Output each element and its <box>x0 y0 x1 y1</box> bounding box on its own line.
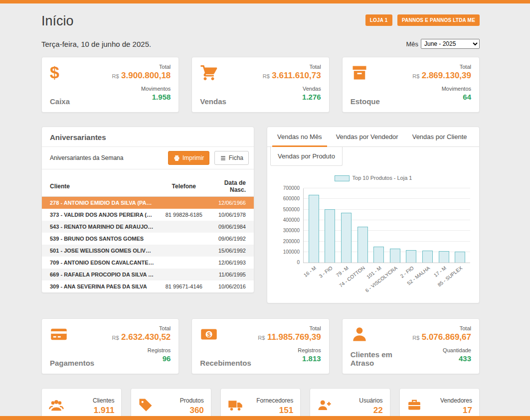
ficha-button[interactable]: Ficha <box>214 151 249 165</box>
y-axis-tick: 300000 <box>275 228 300 233</box>
cell-cliente: 709 - ANTONIO EDSON CAVALCANTE D… <box>42 257 159 269</box>
total-value: 11.985.769,39 <box>267 332 321 342</box>
bar-slot: 85 - SUPLEX <box>455 188 465 263</box>
chart-bar <box>455 252 465 263</box>
count-label: Vendas <box>263 86 321 92</box>
currency-prefix: R$ <box>412 335 419 341</box>
total-value: 3.900.800,18 <box>121 71 171 80</box>
list-icon <box>220 155 226 161</box>
header-buttons: LOJA 1 PANNOS E PANNOS LTDA ME <box>362 14 480 26</box>
currency-prefix: R$ <box>258 335 265 341</box>
total-value: 2.869.130,39 <box>422 71 471 80</box>
sales-panel: Vendas no Mês Vendas por Vendedor Vendas… <box>267 127 480 303</box>
currency-prefix: R$ <box>412 73 419 79</box>
table-row[interactable]: 373 - VALDIR DOS ANJOS PEREIRA (AN… 81 9… <box>42 209 254 221</box>
birthdays-actions: Imprimir Ficha <box>168 151 249 165</box>
cell-telefone <box>159 221 209 233</box>
chart-bar <box>341 213 352 263</box>
y-axis-tick: 600000 <box>275 196 300 201</box>
count-label: Movimentos <box>112 86 171 92</box>
chart-bar <box>390 249 400 263</box>
card-title: Vendas <box>200 97 226 106</box>
cell-data: 15/06/1992 <box>209 245 254 257</box>
birthdays-table: Cliente Telefone Data de Nasc. 278 - ANT… <box>42 176 254 292</box>
user-plus-icon <box>317 398 332 415</box>
bar-slot: 16 - M <box>309 188 319 263</box>
cell-telefone <box>159 197 209 209</box>
tab-vendas-por-cliente[interactable]: Vendas por Cliente <box>405 127 474 146</box>
mini-value: 1.911 <box>93 406 114 416</box>
top-accent-bar <box>0 0 530 3</box>
current-date: Terça-feira, 10 de junho de 2025. <box>41 40 151 48</box>
table-row[interactable]: 501 - JOSE WELISSON GOMES OLIVEIR… 15/06… <box>42 245 254 257</box>
card-title: Clientes em Atraso <box>351 350 413 367</box>
mini-value: 17 <box>440 406 472 416</box>
card-title: Pagamentos <box>50 359 94 367</box>
table-row[interactable]: 309 - ANA SEVERINA PAES DA SILVA 81 9967… <box>42 280 254 292</box>
count-value: 433 <box>412 354 471 363</box>
bar-slot: 6 - VISCOLYCRA <box>390 188 400 263</box>
birthdays-panel: Aniversariantes Aniversariantes da Seman… <box>41 127 254 293</box>
dollar-icon: $ <box>50 64 70 81</box>
column-header-telefone[interactable]: Telefone <box>159 176 209 197</box>
count-label: Quantidade <box>412 347 471 353</box>
column-header-cliente[interactable]: Cliente <box>42 176 159 197</box>
month-select[interactable]: June - 2025 <box>421 39 480 49</box>
store-button[interactable]: LOJA 1 <box>365 14 392 26</box>
bar-chart: Top 10 Produtos - Loja 1 010000020000030… <box>267 175 479 263</box>
bar-slot: 74 - COTTON <box>357 188 368 263</box>
cell-data: 09/06/1984 <box>209 221 254 233</box>
print-button[interactable]: Imprimir <box>168 151 209 165</box>
table-row[interactable]: 539 - BRUNO DOS SANTOS GOMES 09/06/1992 <box>42 233 254 245</box>
date-row: Terça-feira, 10 de junho de 2025. Mês Ju… <box>41 39 480 49</box>
company-button[interactable]: PANNOS E PANNOS LTDA ME <box>397 14 480 26</box>
box-icon <box>351 64 380 84</box>
cell-cliente: 309 - ANA SEVERINA PAES DA SILVA <box>42 280 159 292</box>
count-label: Registros <box>258 347 321 353</box>
tab-vendas-por-produto[interactable]: Vendas por Produto <box>270 147 343 166</box>
cell-telefone <box>159 245 209 257</box>
total-value: 2.632.430,52 <box>121 332 171 342</box>
table-row[interactable]: 543 - RENATO MARINHO DE ARAUJO (F… 09/06… <box>42 221 254 233</box>
cell-telefone <box>159 257 209 269</box>
chart-bar <box>406 250 416 263</box>
birthdays-title: Aniversariantes <box>42 127 254 146</box>
cell-cliente: 373 - VALDIR DOS ANJOS PEREIRA (AN… <box>42 209 159 221</box>
cell-cliente: 501 - JOSE WELISSON GOMES OLIVEIR… <box>42 245 159 257</box>
total-value: 3.611.610,73 <box>272 71 321 80</box>
mini-card-usuarios: Usuários 22 <box>310 388 390 420</box>
mini-card-vendedores: Vendedores 17 <box>399 388 480 420</box>
dashboard: LOJA 1 PANNOS E PANNOS LTDA ME Início Te… <box>41 3 480 420</box>
person-icon <box>351 325 413 345</box>
currency-prefix: R$ <box>112 335 119 341</box>
money-icon: $ <box>200 325 251 345</box>
cell-telefone: 81 99828-6185 <box>159 209 209 221</box>
mini-value: 360 <box>180 406 204 416</box>
card-recebimentos: $ Recebimentos Total R$ 11.985.769,39 Re… <box>191 318 329 374</box>
month-label: Mês <box>406 40 418 48</box>
tag-icon <box>138 398 153 415</box>
card-vendas: Vendas Total R$ 3.611.610,73 Vendas 1.27… <box>191 57 329 113</box>
table-row[interactable]: 709 - ANTONIO EDSON CAVALCANTE D… 12/06/… <box>42 257 254 269</box>
column-header-data[interactable]: Data de Nasc. <box>209 176 254 197</box>
bottom-accent-bar <box>0 416 530 420</box>
count-value: 64 <box>412 93 471 101</box>
mini-card-produtos: Produtos 360 <box>131 388 211 420</box>
table-row[interactable]: 669 - RAFAELA PROCOPIO DA SILVA CA… 11/0… <box>42 269 254 280</box>
count-label: Registros <box>112 347 171 353</box>
mini-value: 22 <box>359 406 382 416</box>
chart-bars: 16 - M3 - FIO79 - M74 - COTTON101 - M6 -… <box>304 188 470 263</box>
card-title: Estoque <box>351 97 380 106</box>
y-axis-tick: 700000 <box>275 185 300 191</box>
cell-data: 10/06/2016 <box>209 280 254 292</box>
credit-card-icon <box>50 325 94 345</box>
total-label: Total <box>112 64 171 70</box>
count-value: 1.813 <box>258 354 321 363</box>
top-stat-cards: $ Caixa Total R$ 3.900.800,18 Movimentos… <box>41 57 480 113</box>
tab-vendas-no-mes[interactable]: Vendas no Mês <box>270 127 329 146</box>
printer-icon <box>174 155 180 161</box>
mini-label: Usuários <box>359 397 382 404</box>
tab-vendas-por-vendedor[interactable]: Vendas por Vendedor <box>329 127 405 146</box>
table-row[interactable]: 278 - ANTONIO EMIDIO DA SILVA (PALE… 12/… <box>42 197 254 209</box>
card-pagamentos: Pagamentos Total R$ 2.632.430,52 Registr… <box>41 318 179 374</box>
